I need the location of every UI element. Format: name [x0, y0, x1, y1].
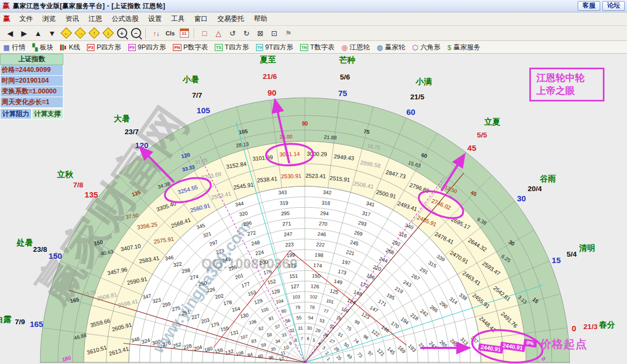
toolbar-t-square[interactable]: TST四方形 [215, 43, 249, 52]
svg-text:7/7: 7/7 [192, 91, 202, 99]
toolbar-pan-down-icon[interactable]: ↓ [101, 27, 114, 39]
toolbar-clear-icon[interactable]: Cls [164, 27, 177, 39]
svg-text:75: 75 [338, 89, 347, 98]
sectors-icon: ▚ [32, 43, 38, 52]
svg-text:135: 135 [85, 190, 98, 199]
svg-text:271: 271 [282, 221, 291, 227]
menu-工具[interactable]: 工具 [166, 13, 189, 25]
menu-窗口[interactable]: 窗口 [189, 13, 213, 25]
svg-text:2523.41: 2523.41 [305, 172, 326, 179]
menu-公式选股[interactable]: 公式选股 [107, 13, 143, 25]
svg-text:芒种: 芒种 [339, 55, 355, 64]
svg-text:342: 342 [323, 189, 332, 195]
toolbar-separator [194, 28, 195, 39]
menu-江恩[interactable]: 江恩 [84, 13, 107, 25]
instrument-name: 上证指数 [0, 54, 63, 65]
toolbar-draw-square-icon[interactable]: □ [198, 27, 211, 39]
toolbar-zoom-in-icon[interactable]: + [115, 27, 128, 39]
menu-资讯[interactable]: 资讯 [61, 13, 84, 25]
svg-text:白露: 白露 [0, 315, 12, 324]
titlebar-button-forum[interactable]: 论坛 [602, 1, 625, 11]
toolbar-draw-triangle-icon[interactable]: △ [212, 27, 225, 39]
gann-wheel-chart: 赢家财富网www.yingjia360.comQQ:10080036012345… [0, 54, 627, 364]
svg-text:318: 318 [322, 200, 331, 206]
svg-text:23/8: 23/8 [33, 245, 47, 253]
toolbar-gann-wheel-label: 江恩轮 [349, 43, 370, 52]
toolbar-sectors[interactable]: ▚板块 [32, 43, 53, 52]
svg-text:58: 58 [266, 332, 272, 338]
svg-text:23/7: 23/7 [125, 128, 138, 136]
svg-text:25.00: 25.00 [280, 134, 293, 140]
toolbar-pan-left-icon[interactable]: ← [60, 27, 72, 39]
toolbar-winner-wheel[interactable]: ◍赢家轮 [377, 43, 405, 52]
svg-text:270: 270 [319, 221, 328, 227]
toolbar-9t-square[interactable]: T99T四方形 [256, 43, 293, 52]
toolbar-p-table[interactable]: PNP数字表 [173, 43, 208, 52]
hexagon-icon: ⬡ [412, 43, 418, 52]
p-table-icon: PN [173, 44, 181, 51]
svg-text:5/4: 5/4 [567, 250, 577, 258]
menu-交易委托[interactable]: 交易委托 [213, 13, 249, 25]
toolbar-rotate-cw-icon[interactable]: ↻ [240, 27, 253, 39]
menu-文件[interactable]: 文件 [14, 13, 38, 25]
toolbar-center-view-icon[interactable]: ⊡ [268, 27, 281, 39]
panel-button-support[interactable]: 计算支撑 [32, 108, 63, 119]
gann-wheel-icon: ◎ [341, 43, 347, 52]
titlebar-button-service[interactable]: 客服 [578, 1, 600, 11]
svg-text:343: 343 [278, 189, 287, 195]
quote-panel: 上证指数 价格=2440.9099时间=20190104变换系数=1.00000… [0, 54, 63, 119]
toolbar-kline[interactable]: K线 [60, 43, 80, 52]
app-logo: 赢 [3, 14, 10, 24]
svg-text:54: 54 [308, 315, 314, 321]
svg-text:246: 246 [317, 231, 326, 237]
svg-text:小暑: 小暑 [183, 75, 199, 84]
toolbar-nav-up-icon[interactable]: ▲ [32, 27, 45, 39]
svg-text:大暑: 大暑 [114, 114, 130, 123]
toolbar-winner-wheel-label: 赢家轮 [385, 43, 405, 52]
menu-浏览[interactable]: 浏览 [38, 13, 61, 25]
panel-button-resistance[interactable]: 计算阻力 [0, 108, 32, 119]
toolbar-rotate-ccw-icon[interactable]: ↺ [226, 27, 239, 39]
toolbar-invert-updown-icon[interactable]: ↑↓ [150, 27, 163, 39]
svg-text:247: 247 [283, 231, 292, 237]
svg-text:QQ:100800360: QQ:100800360 [201, 256, 297, 272]
9t-square-icon: T9 [256, 44, 263, 51]
titlebar-buttons: 客服论坛 [578, 1, 627, 11]
svg-text:102: 102 [310, 294, 318, 300]
menu-设置[interactable]: 设置 [143, 13, 166, 25]
svg-text:126: 126 [310, 283, 319, 289]
svg-text:105: 105 [196, 106, 210, 115]
toolbar-quotes-label: 行情 [12, 43, 25, 52]
svg-text:2530.91: 2530.91 [281, 172, 301, 179]
svg-text:21/6: 21/6 [263, 72, 278, 81]
toolbar-winner-service[interactable]: $赢家服务 [448, 43, 480, 52]
toolbar-t-table[interactable]: TNT数字表 [300, 43, 334, 52]
svg-text:294: 294 [320, 210, 329, 216]
app-icon: 赢 [3, 1, 10, 11]
toolbar-quotes[interactable]: ▦行情 [3, 43, 25, 52]
panel-row-1: 时间=20190104 [0, 76, 63, 86]
toolbar-pan-up-icon[interactable]: ↑ [88, 27, 100, 39]
toolbar-pan-right-icon[interactable]: → [74, 27, 86, 39]
toolbar-p-table-label: P数字表 [184, 43, 208, 52]
menu-帮助[interactable]: 帮助 [249, 13, 272, 25]
toolbar-hexagon[interactable]: ⬡六角形 [412, 43, 441, 52]
toolbar-flag-icon[interactable]: ⚑ [282, 27, 295, 39]
quotes-icon: ▦ [3, 43, 10, 52]
toolbar-9p-square[interactable]: P99P四方形 [128, 43, 166, 52]
toolbar-nav-down-icon[interactable]: ▼ [46, 27, 59, 39]
toolbar-p-square[interactable]: P3P四方形 [87, 43, 121, 52]
svg-text:20/4: 20/4 [528, 185, 542, 193]
panel-row-2: 变换系数=1.00000 [0, 86, 63, 97]
toolbar-zoom-out-icon[interactable]: − [129, 27, 142, 39]
window-title: 赢家江恩专业版[赢家服务平台] - [上证指数 江恩轮] [13, 2, 165, 11]
toolbar-nav-back-icon[interactable]: ◀ [4, 27, 17, 39]
toolbar-nav-forward-icon[interactable]: ▶ [18, 27, 31, 39]
toolbar-delete-box-icon[interactable]: ⊠ [254, 27, 267, 39]
gann-toolbar: ▦行情▚板块K线P3P四方形P99P四方形PNP数字表TST四方形T99T四方形… [0, 41, 627, 54]
kline-icon [60, 45, 67, 50]
toolbar-gann-wheel[interactable]: ◎江恩轮 [341, 43, 370, 52]
toolbar-calendar-icon[interactable]: 21 [178, 27, 191, 39]
svg-text:立夏: 立夏 [484, 117, 500, 126]
svg-text:75: 75 [363, 128, 370, 135]
